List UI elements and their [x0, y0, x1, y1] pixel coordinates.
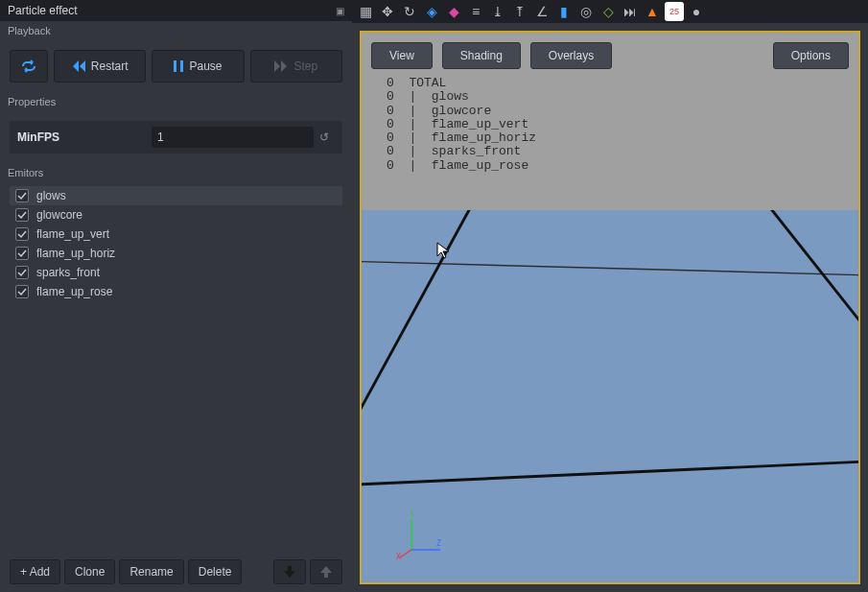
restart-button[interactable]: Restart: [54, 50, 146, 83]
pause-label: Pause: [189, 59, 222, 73]
check-icon: [17, 210, 27, 220]
gizmo-z-label: Z: [436, 539, 441, 548]
step-icon: [274, 60, 288, 72]
svg-line-5: [362, 462, 858, 485]
counter-icon[interactable]: 25: [665, 2, 684, 21]
delete-button[interactable]: Delete: [188, 559, 243, 584]
emitor-row[interactable]: glows: [10, 186, 342, 205]
playback-controls: Restart Pause Step: [0, 40, 352, 92]
emitor-row[interactable]: flame_up_vert: [10, 225, 342, 244]
minfps-input[interactable]: [152, 127, 314, 148]
emitor-row[interactable]: sparks_front: [10, 263, 342, 282]
globe-icon[interactable]: ◎: [576, 2, 596, 21]
properties-body: MinFPS ↺: [0, 111, 352, 163]
loop-button[interactable]: [10, 50, 48, 83]
checkbox[interactable]: [15, 189, 29, 202]
download-icon[interactable]: ⤓: [488, 2, 507, 21]
checkbox[interactable]: [15, 208, 29, 222]
bars-icon[interactable]: ▮: [554, 2, 574, 21]
checkbox[interactable]: [15, 247, 29, 260]
viewport[interactable]: View Shading Overlays Options 0 TOTAL 0 …: [360, 31, 860, 584]
section-emitors: Emitors: [0, 163, 352, 182]
restart-label: Restart: [91, 59, 129, 73]
shading-button[interactable]: Shading: [442, 42, 521, 69]
check-icon: [17, 229, 27, 239]
mic-icon[interactable]: ●: [687, 2, 706, 21]
step-label: Step: [293, 59, 317, 73]
diamond-icon[interactable]: ◆: [444, 2, 463, 21]
loop-icon: [20, 59, 37, 73]
section-playback: Playback: [0, 21, 352, 40]
emitor-label: flame_up_rose: [36, 285, 112, 298]
check-icon: [17, 268, 27, 277]
minfps-label: MinFPS: [17, 130, 152, 144]
overlays-button[interactable]: Overlays: [530, 42, 612, 69]
options-button[interactable]: Options: [773, 42, 849, 69]
emitors-footer: + Add Clone Rename Delete: [0, 552, 352, 592]
arrow-up-icon: [320, 566, 332, 578]
checkbox[interactable]: [15, 266, 29, 279]
left-panel: Particle effect ▣ Playback Restart Pause…: [0, 0, 352, 592]
add-button[interactable]: + Add: [10, 559, 60, 584]
svg-rect-0: [174, 60, 176, 72]
emitor-label: flame_up_vert: [36, 227, 109, 241]
panel-title: Particle effect: [8, 4, 77, 17]
leaf-icon[interactable]: ◇: [598, 2, 618, 21]
emitor-label: flame_up_horiz: [36, 247, 115, 260]
right-panel: ▦✥↻◈◆≡⤓⤒∠▮◎◇⏭▲25● View Shading Overlays …: [352, 0, 868, 592]
checkbox[interactable]: [15, 227, 29, 241]
emitor-row[interactable]: flame_up_horiz: [10, 244, 342, 263]
svg-line-4: [764, 210, 858, 331]
gizmo-x-label: X: [396, 553, 401, 559]
restart-icon: [72, 60, 85, 72]
viewport-toolbar: View Shading Overlays Options: [371, 42, 849, 69]
move-down-button[interactable]: [273, 559, 306, 584]
check-icon: [17, 249, 27, 258]
step-button[interactable]: Step: [250, 50, 342, 83]
svg-line-8: [400, 550, 411, 557]
panel-title-bar: Particle effect ▣: [0, 0, 352, 21]
warning-icon[interactable]: ▲: [643, 2, 662, 21]
view-button[interactable]: View: [371, 42, 433, 69]
skip-icon[interactable]: ⏭: [621, 2, 640, 21]
grid-icon[interactable]: ▦: [356, 2, 375, 21]
viewport-stats: 0 TOTAL 0 | glows 0 | glowcore 0 | flame…: [387, 77, 536, 173]
emitor-row[interactable]: glowcore: [10, 205, 342, 225]
grill-icon[interactable]: ≡: [466, 2, 485, 21]
emitor-label: sparks_front: [36, 266, 100, 279]
emitor-label: glows: [36, 189, 66, 202]
move-icon[interactable]: ✥: [378, 2, 397, 21]
clone-button[interactable]: Clone: [64, 559, 115, 584]
property-row-minfps: MinFPS ↺: [10, 121, 342, 154]
check-icon: [17, 191, 27, 201]
cube-icon[interactable]: ◈: [422, 2, 441, 21]
emitor-row[interactable]: flame_up_rose: [10, 282, 342, 301]
emitor-label: glowcore: [36, 208, 82, 222]
collapse-icon[interactable]: ▣: [336, 6, 344, 16]
move-up-button[interactable]: [310, 559, 342, 584]
refresh-icon[interactable]: ↻: [400, 2, 419, 21]
cursor-icon: [436, 242, 450, 262]
reset-icon[interactable]: ↺: [314, 130, 335, 144]
gizmo-y-label: Y: [410, 511, 414, 519]
section-properties: Properties: [0, 92, 352, 111]
axis-gizmo: Y Z X: [396, 511, 444, 559]
arrow-down-icon: [284, 566, 295, 578]
checkbox[interactable]: [15, 285, 29, 298]
main-toolbar: ▦✥↻◈◆≡⤓⤒∠▮◎◇⏭▲25●: [352, 0, 868, 23]
check-icon: [17, 287, 27, 296]
upload-icon[interactable]: ⤒: [510, 2, 529, 21]
pause-icon: [174, 60, 183, 72]
svg-rect-1: [180, 60, 183, 72]
rename-button[interactable]: Rename: [119, 559, 183, 584]
pause-button[interactable]: Pause: [152, 50, 244, 83]
angle-icon[interactable]: ∠: [532, 2, 551, 21]
svg-line-3: [362, 210, 474, 424]
emitors-list: glowsglowcoreflame_up_vertflame_up_horiz…: [0, 182, 352, 552]
